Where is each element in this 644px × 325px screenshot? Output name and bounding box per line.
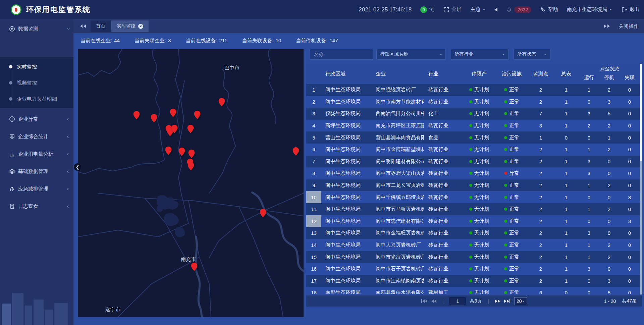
help-button[interactable]: 帮助 xyxy=(540,6,558,13)
stat-item: 当前停机设备:147 xyxy=(296,38,338,44)
industry-select[interactable]: 所有行业› xyxy=(451,49,508,60)
status-dot-icon xyxy=(469,208,472,211)
table-row[interactable]: 3仪陇生态环境局西南油气田分公司川中化工无计划正常71350 xyxy=(306,108,640,120)
table-cell: 1 xyxy=(553,144,579,156)
table-row[interactable]: 18南部生态环境局南部县双佳水泥有限公建材加工无计划正常60050 xyxy=(306,287,640,294)
col-limit: 停限产 xyxy=(463,64,495,84)
page-number-input[interactable] xyxy=(449,297,466,305)
close-operations-button[interactable]: 关闭操作 xyxy=(619,23,639,30)
log-file-icon xyxy=(9,203,15,209)
org-menu[interactable]: 南充市生态环境局▼ xyxy=(567,6,612,13)
table-cell: 阆中市江南镇阆南页岩 xyxy=(371,275,424,287)
map-pin-icon[interactable] xyxy=(260,209,266,217)
table-panel: 行政区域名称› 所有行业› 所有状态› 行政区域 企业 行业 停限产 治污设施 … xyxy=(306,49,642,317)
tab-close-icon[interactable]: × xyxy=(138,24,143,29)
status-select[interactable]: 所有状态› xyxy=(514,49,550,60)
sidebar-item-video-monitor[interactable]: 视频监控 xyxy=(0,75,73,91)
table-cell: 4 xyxy=(306,120,321,132)
table-cell: 阆中市金福旺页岩机砖 xyxy=(371,227,424,239)
scrollbar-thumb[interactable] xyxy=(640,64,642,161)
sidebar-item-log-view[interactable]: 日志查看 ‹ xyxy=(0,198,73,215)
map-pin-icon[interactable] xyxy=(170,109,176,117)
main-content: 巴中市南充市遂宁市 ❮ 行政区域名称› 所有行业› 所有状态› xyxy=(73,48,644,325)
last-page-button[interactable] xyxy=(504,299,510,303)
mute-button[interactable] xyxy=(494,8,497,12)
map-pin-icon[interactable] xyxy=(189,150,195,158)
table-row[interactable]: 17阆中生态环境局阆中市江南镇阆南页岩砖瓦行业无计划正常21030 xyxy=(306,275,640,287)
sidebar-item-power-load-detail[interactable]: 企业电力负荷明细 xyxy=(0,91,73,107)
table-cell: 2 xyxy=(528,96,553,108)
tab-home[interactable]: 首页 xyxy=(91,20,111,32)
theme-menu[interactable]: 主题▼ xyxy=(470,6,486,13)
map-pin-icon[interactable] xyxy=(187,125,194,133)
table-row[interactable]: 11阆中生态环境局阆中市五马桥页岩机砖砖瓦行业无计划正常21120 xyxy=(306,203,640,215)
table-cell: 砖瓦行业 xyxy=(424,263,463,275)
table-cell: 3 xyxy=(599,96,619,108)
table-row[interactable]: 9阆中生态环境局阆中市二龙长宝页岩砖砖瓦行业无计划正常21120 xyxy=(306,179,640,192)
col-index xyxy=(306,64,321,84)
tab-realtime-monitor[interactable]: 实时监控 × xyxy=(111,20,149,32)
map-panel[interactable]: 巴中市南充市遂宁市 xyxy=(78,49,304,317)
table-header: 行政区域 企业 行业 停限产 治污设施 监测点 总表 运行 停机 失联 点位状态 xyxy=(306,64,640,84)
sidebar-item-enterprise-abnormal[interactable]: 企业异常 ‹ xyxy=(0,110,73,128)
status-dot-icon xyxy=(469,256,472,259)
sidebar-item-base-data[interactable]: 基础数据管理 ‹ xyxy=(0,163,73,180)
table-row[interactable]: 2阆中生态环境局阆中市南方节能建材有砖瓦行业无计划正常21030 xyxy=(306,96,640,108)
table-cell: 6 xyxy=(306,144,321,156)
table-row[interactable]: 15阆中生态环境局阆中市光富页岩机砖厂砖瓦行业无计划正常21120 xyxy=(306,251,640,263)
table-row[interactable]: 16阆中生态环境局阆中市石子页岩机砖厂砖瓦行业无计划正常21300 xyxy=(306,263,640,275)
table-row[interactable]: 14阆中生态环境局阆中大兴页岩机砖厂砖瓦行业无计划正常21120 xyxy=(306,239,640,251)
sidebar-item-power-analysis[interactable]: 企业用电量分析 ‹ xyxy=(0,145,73,163)
name-search-input[interactable] xyxy=(313,51,369,57)
table-scrollbar[interactable] xyxy=(640,64,642,294)
table-row[interactable]: 1阆中生态环境局阆中强锐页岩砖厂砖瓦行业无计划正常21120 xyxy=(306,84,640,96)
map-pin-icon[interactable] xyxy=(151,114,157,122)
tabs-scroll-left-button[interactable] xyxy=(80,24,86,28)
sidebar-collapse-button[interactable]: ❮ xyxy=(74,163,81,171)
table-row[interactable]: 12阆中生态环境局阆中市忠信建材有限公砖瓦行业无计划正常21003 xyxy=(306,215,640,227)
table-row[interactable]: 10阆中生态环境局阆中千佛镇五郎垭页岩砖瓦行业无计划正常21003 xyxy=(306,191,640,203)
table-cell: 2 xyxy=(599,203,619,215)
page-size-select[interactable]: 20› xyxy=(514,297,527,305)
map-pin-icon[interactable] xyxy=(218,98,225,106)
table-row[interactable]: 7阆中生态环境局阆中明阳建材有限公司砖瓦行业无计划正常21300 xyxy=(306,156,640,168)
table-cell: 0 xyxy=(579,96,599,108)
prev-page-button[interactable] xyxy=(431,300,436,303)
status-dot-icon xyxy=(469,196,472,199)
table-cell: 1 xyxy=(553,167,579,179)
sidebar-item-realtime-monitor[interactable]: 实时监控 xyxy=(0,59,73,75)
notifications[interactable]: 2632 xyxy=(506,6,531,13)
sidebar-item-enterprise-statistics[interactable]: 企业综合统计 ‹ xyxy=(0,128,73,145)
table-row[interactable]: 8阆中生态环境局阆中市枣碧大梁山页岩砖瓦行业无计划异常21300 xyxy=(306,167,640,179)
map-pin-icon[interactable] xyxy=(179,148,185,156)
map-pin-icon[interactable] xyxy=(293,147,299,156)
map-pin-icon[interactable] xyxy=(165,147,171,155)
next-page-button[interactable] xyxy=(495,300,500,303)
table-cell: 8 xyxy=(306,167,321,179)
table-row[interactable]: 5营山生态环境局营山县润丰肉食品有限食品无计划正常10010 xyxy=(306,131,640,144)
map-pin-icon[interactable] xyxy=(191,263,198,271)
submenu-dot-icon xyxy=(9,65,12,68)
chevron-left-icon: ‹ xyxy=(67,133,69,140)
fullscreen-button[interactable]: 全屏 xyxy=(443,6,462,13)
region-select[interactable]: 行政区域名称› xyxy=(376,49,446,60)
map-pin-icon[interactable] xyxy=(188,162,194,170)
table-cell: 1 xyxy=(306,84,321,96)
logout-button[interactable]: 退出 xyxy=(621,6,639,13)
total-rows-label: 共47条 xyxy=(622,298,637,304)
tabs-scroll-right-button[interactable] xyxy=(604,24,610,28)
sidebar-item-data-monitor[interactable]: 数据监测 ‹ xyxy=(0,20,73,38)
table-cell: 1 xyxy=(553,156,579,168)
status-dot-icon xyxy=(504,136,507,139)
map-pin-icon[interactable] xyxy=(133,111,140,119)
table-row[interactable]: 13阆中生态环境局阆中市金福旺页岩机砖砖瓦行业无计划正常21300 xyxy=(306,227,640,239)
map-pin-icon[interactable] xyxy=(194,111,201,119)
map-pin-icon[interactable] xyxy=(171,125,178,133)
table-cell: 无计划 xyxy=(463,167,495,179)
row-range-label: 1 - 20 xyxy=(604,299,616,304)
sidebar-item-emergency-reduction[interactable]: 应急减排管理 ‹ xyxy=(0,180,73,198)
table-row[interactable]: 4高坪生态环境局南充市高坪区王家店建砖瓦行业无计划正常31220 xyxy=(306,120,640,132)
table-cell: 10 xyxy=(306,191,321,203)
table-row[interactable]: 6阆中生态环境局阆中市金博瑞新型墙材砖瓦行业无计划正常21120 xyxy=(306,144,640,156)
first-page-button[interactable] xyxy=(421,299,427,303)
